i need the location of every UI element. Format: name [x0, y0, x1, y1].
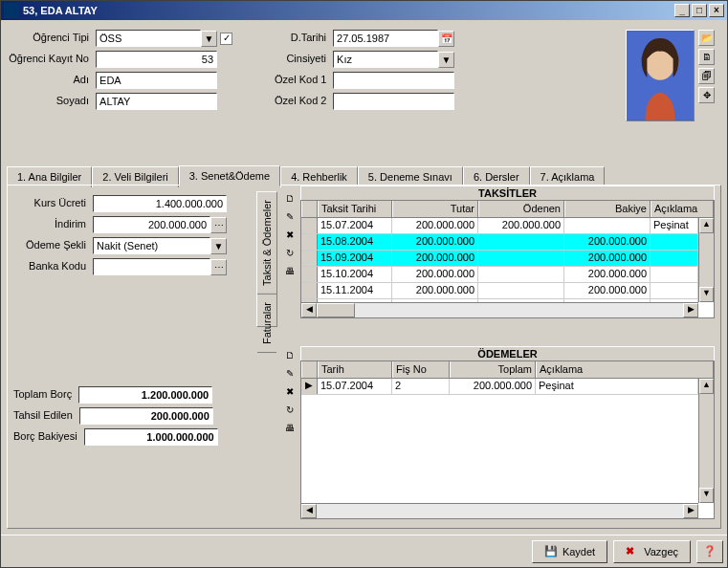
table-row[interactable]: 15.09.2004200.000.000200.000.000 — [301, 251, 698, 267]
dropdown-ogrenci-tipi[interactable]: ▼ — [201, 31, 217, 47]
col-bakiye[interactable]: Bakiye — [564, 201, 651, 217]
field-banka-kodu[interactable] — [93, 258, 210, 275]
scroll-right-icon[interactable]: ▶ — [683, 303, 698, 317]
window-title: 53, EDA ALTAY — [23, 5, 673, 16]
vtab-taksit-odemeler[interactable]: Taksit & Ödemeler — [257, 192, 276, 295]
field-indirim[interactable]: 200.000.000 — [93, 216, 210, 233]
edit-icon[interactable]: ✎ — [281, 366, 298, 382]
client-area: Öğrenci Tipi ÖSS▼ ✓ Öğrenci Kayıt No 53 … — [1, 20, 727, 567]
odemeler-vscroll[interactable]: ▲ ▼ — [698, 379, 714, 503]
maximize-button[interactable]: □ — [692, 4, 707, 17]
col-odenen[interactable]: Ödenen — [478, 201, 564, 217]
col-odeme-tarih[interactable]: Tarih — [318, 361, 392, 378]
lookup-banka-icon[interactable]: ⋯ — [210, 259, 227, 275]
scroll-right-icon[interactable]: ▶ — [683, 504, 698, 518]
scroll-down-icon[interactable]: ▼ — [699, 287, 714, 302]
delete-icon[interactable]: ✖ — [281, 228, 298, 244]
table-row[interactable]: 15.08.2004200.000.000200.000.000 — [301, 234, 698, 251]
close-button[interactable]: × — [709, 4, 724, 17]
odemeler-grid[interactable]: Tarih Fiş No Toplam Açıklama ▶15.07.2004… — [300, 360, 715, 519]
field-dtarihi[interactable]: 27.05.1987 — [333, 30, 438, 47]
cell-tarih: 15.09.2004 — [318, 251, 392, 266]
cell-tarih: 15.07.2004 — [318, 379, 392, 394]
dropdown-odeme-sekli[interactable]: ▼ — [210, 238, 227, 254]
open-folder-icon[interactable]: 📂 — [698, 30, 715, 46]
lookup-indirim-icon[interactable]: ⋯ — [210, 217, 227, 233]
calendar-button[interactable]: 📅 — [438, 31, 454, 47]
col-toplam[interactable]: Toplam — [450, 361, 536, 378]
print-icon[interactable]: 🖶 — [281, 264, 298, 280]
help-button[interactable]: ❓ — [696, 540, 723, 563]
move-icon[interactable]: ✥ — [698, 87, 715, 103]
col-fis-no[interactable]: Fiş No — [392, 361, 450, 378]
col-tutar[interactable]: Tutar — [392, 201, 478, 217]
taksitler-hscroll[interactable]: ◀ ▶ — [301, 302, 698, 317]
vazgec-button[interactable]: ✖ Vazgeç — [613, 540, 691, 563]
photo-toolbar: 📂 🗎 🗐 ✥ — [698, 30, 717, 106]
tab-body: Kurs Ücreti 1.400.000.000 İndirim 200.00… — [7, 185, 721, 529]
field-kayit-no[interactable]: 53 — [96, 51, 217, 68]
new-icon[interactable]: 🗋 — [281, 348, 298, 364]
cell-tarih: 15.08.2004 — [318, 234, 392, 250]
kaydet-button[interactable]: 💾 Kaydet — [532, 540, 607, 563]
minimize-button[interactable]: _ — [674, 4, 690, 17]
scroll-left-icon[interactable]: ◀ — [301, 303, 317, 317]
table-row[interactable]: 15.07.2004200.000.000200.000.000Peşinat — [301, 218, 698, 234]
label-cinsiyet: Cinsiyeti — [275, 53, 330, 64]
cell-odenen — [478, 234, 564, 250]
refresh-icon[interactable]: ↻ — [281, 246, 298, 262]
scroll-left-icon[interactable]: ◀ — [301, 504, 317, 518]
scroll-up-icon[interactable]: ▲ — [699, 379, 714, 394]
row-header-corner — [301, 361, 318, 378]
scroll-down-icon[interactable]: ▼ — [699, 488, 714, 503]
field-ogrenci-tipi[interactable]: ÖSS — [96, 30, 201, 47]
tab-senet-odeme[interactable]: 3. Senet&Ödeme — [179, 165, 280, 186]
scroll-up-icon[interactable]: ▲ — [699, 218, 714, 233]
copy-icon[interactable]: 🗎 — [698, 49, 715, 65]
dropdown-cinsiyet[interactable]: ▼ — [438, 52, 454, 68]
edit-icon[interactable]: ✎ — [281, 209, 298, 226]
scroll-track[interactable] — [317, 504, 683, 518]
col-odeme-aciklama[interactable]: Açıklama — [536, 361, 714, 378]
field-cinsiyet[interactable]: Kız — [333, 51, 438, 68]
table-row[interactable]: 15.11.2004200.000.000200.000.000 — [301, 283, 698, 299]
scroll-track[interactable] — [355, 303, 683, 317]
refresh-icon[interactable]: ↻ — [281, 403, 298, 419]
field-soyadi[interactable]: ALTAY — [96, 93, 217, 110]
odemeler-header: Tarih Fiş No Toplam Açıklama — [301, 361, 714, 379]
field-borc-bakiyesi: 1.000.000.000 — [84, 428, 218, 446]
label-banka-kodu: Banka Kodu — [13, 260, 90, 272]
field-tahsil-edilen: 200.000.000 — [79, 407, 213, 425]
help-icon: ❓ — [703, 545, 717, 557]
field-adi[interactable]: EDA — [96, 72, 217, 89]
table-row[interactable]: ▶15.07.20042200.000.000Peşinat — [301, 379, 698, 395]
student-col-mid: D.Tarihi 27.05.1987📅 Cinsiyeti Kız▼ Özel… — [275, 30, 485, 114]
delete-icon[interactable]: ✖ — [281, 384, 298, 401]
odemeler-hscroll[interactable]: ◀ ▶ — [301, 503, 698, 518]
field-odeme-sekli[interactable]: Nakit (Senet) — [93, 237, 210, 254]
label-ozelkod1: Özel Kod 1 — [275, 74, 330, 85]
row-marker — [301, 234, 318, 250]
window: 53, EDA ALTAY _ □ × Öğrenci Tipi ÖSS▼ ✓ … — [0, 0, 728, 568]
field-ozelkod2[interactable] — [333, 93, 454, 110]
row-marker — [301, 283, 318, 298]
taksitler-vscroll[interactable]: ▲ ▼ — [698, 218, 714, 302]
vtab-faturalar[interactable]: Faturalar — [257, 295, 276, 353]
print-icon[interactable]: 🖶 — [281, 421, 298, 437]
taksitler-grid[interactable]: Taksit Tarihi Tutar Ödenen Bakiye Açıkla… — [300, 200, 715, 318]
odemeler-toolbar: 🗋 ✎ ✖ ↻ 🖶 — [281, 348, 298, 439]
paste-icon[interactable]: 🗐 — [698, 68, 715, 84]
scroll-thumb[interactable] — [317, 303, 355, 317]
label-ozelkod2: Özel Kod 2 — [275, 95, 330, 106]
row-header-corner — [301, 201, 318, 217]
row-marker — [301, 251, 318, 266]
col-taksit-tarihi[interactable]: Taksit Tarihi — [318, 201, 392, 217]
field-kurs-ucreti[interactable]: 1.400.000.000 — [93, 195, 227, 212]
field-ozelkod1[interactable] — [333, 72, 454, 89]
new-icon[interactable]: 🗋 — [281, 191, 298, 208]
table-row[interactable]: 15.10.2004200.000.000200.000.000 — [301, 267, 698, 283]
label-borc-bakiyesi: Borç Bakiyesi — [13, 430, 81, 442]
checkbox-ogrenci-tipi[interactable]: ✓ — [220, 33, 232, 45]
col-aciklama[interactable]: Açıklama — [651, 201, 714, 217]
titlebar: 53, EDA ALTAY _ □ × — [1, 1, 727, 20]
